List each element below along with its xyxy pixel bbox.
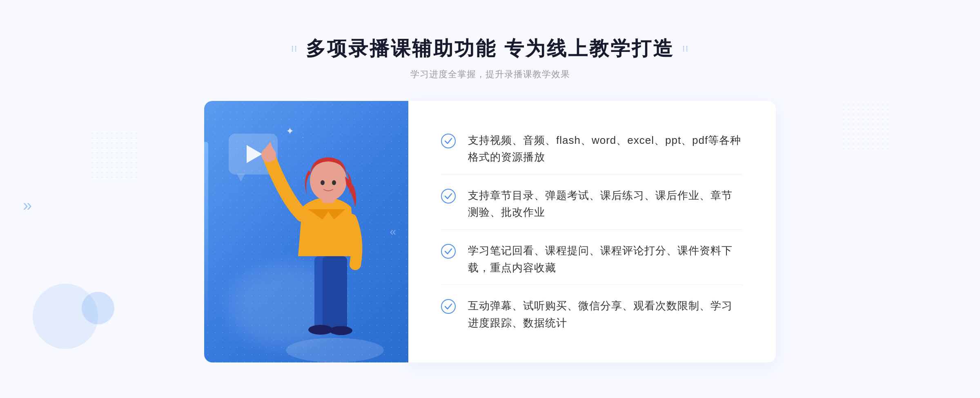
dots-decoration-left bbox=[90, 131, 139, 180]
svg-point-3 bbox=[308, 325, 333, 335]
feature-text-3: 学习笔记回看、课程提问、课程评论打分、课件资料下载，重点内容收藏 bbox=[468, 242, 743, 276]
svg-point-0 bbox=[286, 338, 384, 362]
left-arrows-decoration: » bbox=[23, 196, 32, 215]
feature-item-1: 支持视频、音频、flash、word、excel、ppt、pdf等各种格式的资源… bbox=[441, 124, 743, 174]
dot-grid-right-icon: ⁞⁞ bbox=[682, 44, 689, 54]
feature-item-2: 支持章节目录、弹题考试、课后练习、课后作业、章节测验、批改作业 bbox=[441, 179, 743, 230]
page-container: » ⁞⁞ 多项录播课辅助功能 专为线上教学打造 ⁞⁞ 学习进度全掌握，提升录播课… bbox=[0, 0, 980, 398]
content-area: ✦ · « bbox=[204, 101, 776, 362]
svg-point-8 bbox=[321, 180, 325, 185]
feature-text-4: 互动弹幕、试听购买、微信分享、观看次数限制、学习进度跟踪、数据统计 bbox=[468, 297, 743, 331]
svg-point-4 bbox=[330, 326, 352, 335]
feature-item-3: 学习笔记回看、课程提问、课程评论打分、课件资料下载，重点内容收藏 bbox=[441, 234, 743, 285]
page-subtitle: 学习进度全掌握，提升录播课教学效果 bbox=[291, 68, 688, 80]
check-icon-4 bbox=[441, 299, 456, 314]
page-title: 多项录播课辅助功能 专为线上教学打造 bbox=[306, 36, 674, 62]
svg-point-13 bbox=[441, 300, 455, 313]
svg-point-10 bbox=[441, 134, 455, 148]
human-illustration bbox=[204, 101, 408, 362]
dot-grid-left-icon: ⁞⁞ bbox=[291, 44, 298, 54]
check-icon-3 bbox=[441, 244, 456, 259]
circle-decoration-2 bbox=[82, 292, 114, 324]
svg-point-7 bbox=[310, 160, 347, 201]
feature-text-1: 支持视频、音频、flash、word、excel、ppt、pdf等各种格式的资源… bbox=[468, 132, 743, 166]
features-panel: 支持视频、音频、flash、word、excel、ppt、pdf等各种格式的资源… bbox=[408, 101, 776, 362]
svg-point-9 bbox=[332, 180, 336, 185]
dots-decoration-right bbox=[841, 102, 890, 151]
feature-item-4: 互动弹幕、试听购买、微信分享、观看次数限制、学习进度跟踪、数据统计 bbox=[441, 289, 743, 340]
svg-point-12 bbox=[441, 244, 455, 258]
svg-point-5 bbox=[261, 148, 276, 162]
svg-rect-2 bbox=[323, 256, 347, 330]
illustration-panel: ✦ · « bbox=[204, 101, 408, 362]
svg-point-11 bbox=[441, 189, 455, 203]
feature-text-2: 支持章节目录、弹题考试、课后练习、课后作业、章节测验、批改作业 bbox=[468, 187, 743, 221]
check-icon-1 bbox=[441, 134, 456, 148]
header-section: ⁞⁞ 多项录播课辅助功能 专为线上教学打造 ⁞⁞ 学习进度全掌握，提升录播课教学… bbox=[291, 36, 688, 80]
check-icon-2 bbox=[441, 189, 456, 203]
